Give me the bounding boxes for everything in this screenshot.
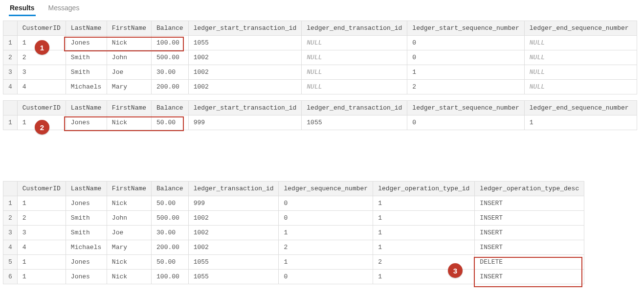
cell-balance[interactable]: 50.00 [152,255,189,270]
cell-ledger-end-tx[interactable]: NULL [302,36,407,50]
rownum-cell[interactable]: 3 [3,65,18,80]
cell-ledger-end-seq[interactable]: NULL [524,50,637,65]
cell-lastname[interactable]: Jones [66,196,107,211]
cell-firstname[interactable]: Mary [107,80,151,94]
col-header-balance[interactable]: Balance [152,21,189,36]
cell-ledger-tx-id[interactable]: 1055 [188,255,279,270]
col-header-ledger-start-seq[interactable]: ledger_start_sequence_number [407,21,524,36]
cell-customerid[interactable]: 4 [17,240,66,255]
cell-ledger-tx-id[interactable]: 1002 [188,211,279,226]
table-row[interactable]: 22SmithJohn500.00100201INSERT [3,211,584,226]
cell-ledger-seq[interactable]: 0 [279,270,373,284]
cell-ledger-start-tx[interactable]: 1002 [188,50,302,65]
cell-lastname[interactable]: Smith [66,211,107,226]
cell-ledger-end-seq[interactable]: 1 [524,115,637,130]
cell-ledger-op-desc[interactable]: INSERT [475,226,584,240]
cell-ledger-op-id[interactable]: 1 [373,196,475,211]
col-header-customerid[interactable]: CustomerID [17,21,66,36]
col-header-ledger-start-tx[interactable]: ledger_start_transaction_id [188,101,302,115]
cell-customerid[interactable]: 1 [17,270,66,284]
col-header-firstname[interactable]: FirstName [107,101,151,115]
rownum-cell[interactable]: 2 [3,50,18,65]
cell-firstname[interactable]: Joe [107,226,151,240]
cell-lastname[interactable]: Jones [66,36,107,50]
cell-balance[interactable]: 30.00 [152,65,189,80]
cell-firstname[interactable]: Nick [107,196,151,211]
cell-ledger-end-seq[interactable]: NULL [524,36,637,50]
cell-balance[interactable]: 50.00 [152,115,189,130]
col-header-ledger-end-seq[interactable]: ledger_end_sequence_number [524,21,637,36]
cell-ledger-end-seq[interactable]: NULL [524,80,637,94]
cell-ledger-op-id[interactable]: 1 [373,211,475,226]
col-header-firstname[interactable]: FirstName [107,21,151,36]
cell-ledger-op-id[interactable]: 1 [373,240,475,255]
cell-ledger-start-tx[interactable]: 1055 [188,36,302,50]
cell-ledger-tx-id[interactable]: 999 [188,196,279,211]
table-row[interactable]: 44MichaelsMary200.001002NULL2NULL [3,80,637,94]
col-header-lastname[interactable]: LastName [66,101,107,115]
col-header-firstname[interactable]: FirstName [107,182,151,196]
rownum-cell[interactable]: 6 [3,270,18,284]
cell-customerid[interactable]: 1 [17,255,66,270]
col-header-balance[interactable]: Balance [152,182,189,196]
cell-lastname[interactable]: Smith [66,50,107,65]
result-grid-3[interactable]: CustomerID LastName FirstName Balance le… [3,181,584,284]
rownum-cell[interactable]: 3 [3,226,18,240]
rownum-cell[interactable]: 2 [3,211,18,226]
col-header-ledger-end-tx[interactable]: ledger_end_transaction_id [302,21,407,36]
cell-ledger-start-tx[interactable]: 1002 [188,80,302,94]
cell-ledger-op-desc[interactable]: DELETE [475,255,584,270]
rownum-cell[interactable]: 5 [3,255,18,270]
cell-firstname[interactable]: Nick [107,115,151,130]
cell-ledger-seq[interactable]: 1 [279,255,373,270]
cell-lastname[interactable]: Jones [66,255,107,270]
col-header-ledger-tx-id[interactable]: ledger_transaction_id [188,182,279,196]
cell-lastname[interactable]: Jones [66,270,107,284]
tab-messages[interactable]: Messages [47,2,81,16]
cell-ledger-start-seq[interactable]: 0 [407,115,524,130]
cell-lastname[interactable]: Jones [66,115,107,130]
tab-results[interactable]: Results [9,2,36,16]
cell-ledger-op-id[interactable]: 1 [373,226,475,240]
table-row[interactable]: 11JonesNick100.001055NULL0NULL [3,36,637,50]
table-row[interactable]: 22SmithJohn500.001002NULL0NULL [3,50,637,65]
cell-firstname[interactable]: Nick [107,255,151,270]
cell-ledger-tx-id[interactable]: 1002 [188,240,279,255]
cell-ledger-seq[interactable]: 0 [279,211,373,226]
rownum-cell[interactable]: 4 [3,80,18,94]
cell-ledger-end-seq[interactable]: NULL [524,65,637,80]
cell-ledger-seq[interactable]: 1 [279,226,373,240]
cell-lastname[interactable]: Michaels [66,240,107,255]
cell-customerid[interactable]: 2 [17,211,66,226]
col-header-ledger-end-tx[interactable]: ledger_end_transaction_id [302,101,407,115]
cell-customerid[interactable]: 4 [17,80,66,94]
cell-balance[interactable]: 200.00 [152,240,189,255]
col-header-ledger-op-id[interactable]: ledger_operation_type_id [373,182,475,196]
cell-balance[interactable]: 100.00 [152,36,189,50]
col-header-lastname[interactable]: LastName [66,21,107,36]
cell-ledger-seq[interactable]: 2 [279,240,373,255]
cell-balance[interactable]: 30.00 [152,226,189,240]
table-row[interactable]: 61JonesNick100.00105501INSERT [3,270,584,284]
cell-lastname[interactable]: Smith [66,65,107,80]
cell-balance[interactable]: 500.00 [152,50,189,65]
result-grid-1[interactable]: CustomerID LastName FirstName Balance le… [3,21,637,94]
table-row[interactable]: 44MichaelsMary200.00100221INSERT [3,240,584,255]
cell-ledger-start-seq[interactable]: 2 [407,80,524,94]
cell-firstname[interactable]: Mary [107,240,151,255]
col-header-ledger-op-desc[interactable]: ledger_operation_type_desc [475,182,584,196]
col-header-ledger-start-seq[interactable]: ledger_start_sequence_number [407,101,524,115]
table-row[interactable]: 11JonesNick50.0099901INSERT [3,196,584,211]
rownum-cell[interactable]: 1 [3,36,18,50]
rownum-cell[interactable]: 1 [3,115,18,130]
cell-customerid[interactable]: 3 [17,226,66,240]
table-row[interactable]: 51JonesNick50.00105512DELETE [3,255,584,270]
cell-ledger-end-tx[interactable]: NULL [302,65,407,80]
cell-ledger-op-desc[interactable]: INSERT [475,196,584,211]
cell-ledger-op-desc[interactable]: INSERT [475,211,584,226]
table-row[interactable]: 11JonesNick50.00999105501 [3,115,637,130]
cell-firstname[interactable]: Joe [107,65,151,80]
col-header-balance[interactable]: Balance [152,101,189,115]
cell-ledger-start-tx[interactable]: 999 [188,115,302,130]
col-header-ledger-seq[interactable]: ledger_sequence_number [279,182,373,196]
